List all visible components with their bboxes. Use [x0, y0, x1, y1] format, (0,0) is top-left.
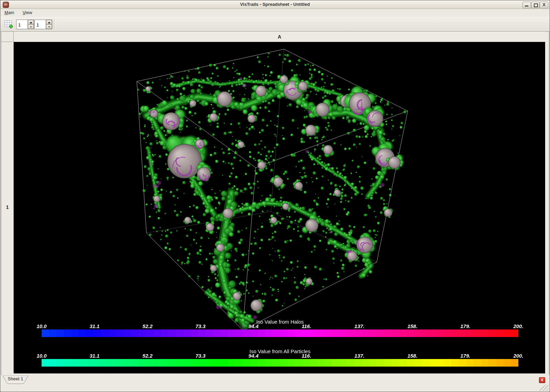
up-arrow-icon — [48, 22, 51, 23]
row-header-label: 1 — [1, 204, 13, 210]
window-title: VisTrails - Spreadsheet - Untitled — [0, 0, 550, 9]
down-arrow-icon — [48, 26, 51, 28]
scalar-bar-gradient — [42, 359, 518, 367]
row-count-spinbox — [16, 20, 34, 29]
minimize-button[interactable] — [522, 2, 531, 8]
close-icon: X — [540, 2, 548, 8]
up-arrow-icon — [30, 22, 32, 23]
row-count-up-button[interactable] — [28, 20, 34, 24]
toolbar-separator — [54, 19, 55, 29]
grid-add-icon — [4, 20, 13, 29]
menu-bar: Main View — [0, 9, 550, 17]
close-sheet-button[interactable]: X — [539, 377, 545, 383]
spreadsheet-area: A 1 Iso Value from Halos 10.031.152.273.… — [1, 31, 549, 376]
row-header-1[interactable]: 1 — [1, 42, 14, 373]
close-button[interactable]: X — [540, 2, 548, 8]
toolbar — [0, 17, 550, 32]
down-arrow-icon — [30, 26, 32, 28]
scalar-bar-tick-labels: 10.031.152.273.394.4116.137.158.179.200. — [42, 323, 518, 329]
menu-view[interactable]: View — [20, 9, 35, 16]
row-count-down-button[interactable] — [28, 24, 34, 29]
scalar-bar-all-particles[interactable]: Iso Value from All Particles 10.031.152.… — [42, 348, 518, 367]
corner-header-cell[interactable] — [1, 32, 14, 42]
maximize-icon — [534, 3, 538, 7]
vistrails-spreadsheet-window: VT VisTrails - Spreadsheet - Untitled X … — [0, 0, 550, 392]
scalar-bar-gradient — [42, 329, 518, 337]
maximize-button[interactable] — [531, 2, 540, 8]
scalar-bar-tick-labels: 10.031.152.273.394.4116.137.158.179.200. — [42, 353, 518, 358]
minimize-icon — [525, 5, 528, 7]
new-sheet-button[interactable] — [4, 20, 13, 29]
sheet-tab-label: Sheet 1 — [2, 376, 29, 381]
col-count-spinbox — [34, 20, 52, 29]
title-bar[interactable]: VT VisTrails - Spreadsheet - Untitled X — [0, 0, 550, 9]
col-count-down-button[interactable] — [46, 24, 52, 29]
column-header-A[interactable]: A — [14, 32, 545, 42]
col-count-up-button[interactable] — [46, 20, 52, 24]
sheet-tab-bar: Sheet 1 X — [0, 375, 550, 384]
menu-main[interactable]: Main — [2, 9, 17, 16]
scalar-bar-halos[interactable]: Iso Value from Halos 10.031.152.273.394.… — [42, 319, 518, 337]
status-bar — [0, 384, 550, 392]
spreadsheet-cell-A1: Iso Value from Halos 10.031.152.273.394.… — [14, 42, 546, 373]
sheet-tab[interactable]: Sheet 1 — [2, 376, 29, 384]
